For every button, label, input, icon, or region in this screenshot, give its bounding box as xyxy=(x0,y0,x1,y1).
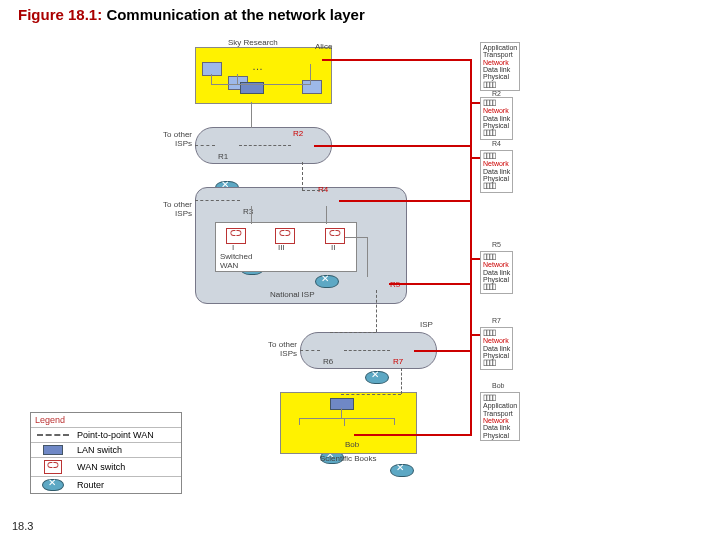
bob-label: Bob xyxy=(345,440,359,449)
alice-label: Alice xyxy=(315,42,332,51)
page-number: 18.3 xyxy=(12,520,33,532)
network-path-line xyxy=(470,60,472,435)
legend-row-wan: WAN switch xyxy=(31,457,181,476)
r2-label: R2 xyxy=(293,129,303,138)
alice-host-icon xyxy=(302,80,322,94)
legend: Legend Point-to-point WAN LAN switch WAN… xyxy=(30,412,182,494)
legend-row-p2p: Point-to-point WAN xyxy=(31,427,181,442)
r1-label: R1 xyxy=(218,152,228,161)
to-other-isps-label: To other ISPs xyxy=(265,340,297,358)
wan-switch-icon xyxy=(325,228,345,244)
national-isp-label: National ISP xyxy=(270,290,314,299)
legend-row-router: Router xyxy=(31,476,181,493)
r7-layers: ▯▯▯▯NetworkData linkPhysical▯▯▯▯ xyxy=(480,327,513,370)
bob-layers: ▯▯▯▯ ApplicationTransport NetworkData li… xyxy=(480,392,520,441)
r6-label: R6 xyxy=(323,357,333,366)
wan-switch-icon xyxy=(275,228,295,244)
lan-switch-icon xyxy=(330,398,354,410)
wan-switch-icon xyxy=(226,228,246,244)
router-icon xyxy=(315,275,339,288)
legend-header: Legend xyxy=(31,413,181,427)
alice-layers: ApplicationTransport NetworkData linkPhy… xyxy=(480,42,520,91)
legend-row-lan: LAN switch xyxy=(31,442,181,457)
to-other-isps-label: To other ISPs xyxy=(160,130,192,148)
r4-layers: ▯▯▯▯NetworkData linkPhysical▯▯▯▯ xyxy=(480,150,513,193)
isp-label: ISP xyxy=(420,320,433,329)
sky-research-label: Sky Research xyxy=(228,38,278,47)
r5-layers: ▯▯▯▯NetworkData linkPhysical▯▯▯▯ xyxy=(480,251,513,294)
router-icon xyxy=(390,464,414,477)
r7-label: R7 xyxy=(393,357,403,366)
to-other-isps-label: To other ISPs xyxy=(160,200,192,218)
figure-caption: Figure 18.1: Communication at the networ… xyxy=(18,6,365,23)
router-icon xyxy=(365,371,389,384)
scientific-books-label: Scientific Books xyxy=(320,454,376,463)
diagram-stage: Sky Research Alice … To other ISPs R1 R2… xyxy=(120,42,700,527)
switched-wan-label: Switched WAN xyxy=(220,252,252,270)
figure-number: Figure 18.1: xyxy=(18,6,102,23)
host-icon xyxy=(202,62,222,76)
r2-layers: ▯▯▯▯NetworkData linkPhysical▯▯▯▯ xyxy=(480,97,513,140)
figure-title: Communication at the network layer xyxy=(106,6,364,23)
